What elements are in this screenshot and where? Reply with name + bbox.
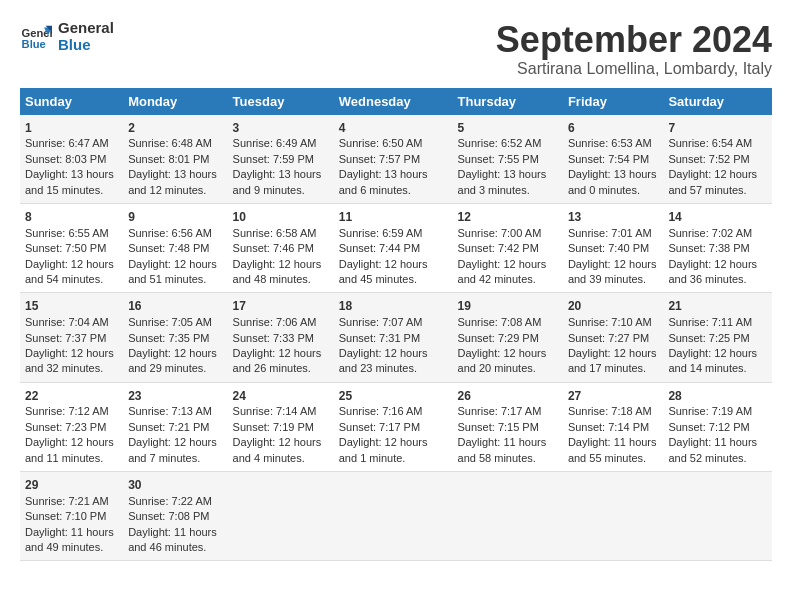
day-number: 10 xyxy=(233,209,329,226)
daylight-text: Daylight: 12 hours and 20 minutes. xyxy=(458,346,558,377)
daylight-text: Daylight: 12 hours and 7 minutes. xyxy=(128,435,222,466)
sunset-text: Sunset: 7:10 PM xyxy=(25,509,118,524)
sunset-text: Sunset: 7:55 PM xyxy=(458,152,558,167)
calendar-cell: 2Sunrise: 6:48 AMSunset: 8:01 PMDaylight… xyxy=(123,115,227,204)
day-number: 2 xyxy=(128,120,222,137)
day-number: 19 xyxy=(458,298,558,315)
sunset-text: Sunset: 7:21 PM xyxy=(128,420,222,435)
sunrise-text: Sunrise: 7:05 AM xyxy=(128,315,222,330)
calendar-cell: 7Sunrise: 6:54 AMSunset: 7:52 PMDaylight… xyxy=(663,115,772,204)
calendar-cell: 17Sunrise: 7:06 AMSunset: 7:33 PMDayligh… xyxy=(228,293,334,382)
sunrise-text: Sunrise: 6:49 AM xyxy=(233,136,329,151)
daylight-text: Daylight: 11 hours and 52 minutes. xyxy=(668,435,767,466)
daylight-text: Daylight: 12 hours and 11 minutes. xyxy=(25,435,118,466)
sunrise-text: Sunrise: 6:53 AM xyxy=(568,136,659,151)
day-number: 20 xyxy=(568,298,659,315)
calendar-cell: 11Sunrise: 6:59 AMSunset: 7:44 PMDayligh… xyxy=(334,203,453,292)
sunset-text: Sunset: 7:59 PM xyxy=(233,152,329,167)
calendar-cell: 16Sunrise: 7:05 AMSunset: 7:35 PMDayligh… xyxy=(123,293,227,382)
daylight-text: Daylight: 12 hours and 26 minutes. xyxy=(233,346,329,377)
daylight-text: Daylight: 12 hours and 45 minutes. xyxy=(339,257,448,288)
daylight-text: Daylight: 11 hours and 55 minutes. xyxy=(568,435,659,466)
sunset-text: Sunset: 7:38 PM xyxy=(668,241,767,256)
calendar-cell: 1Sunrise: 6:47 AMSunset: 8:03 PMDaylight… xyxy=(20,115,123,204)
day-number: 18 xyxy=(339,298,448,315)
header-row: SundayMondayTuesdayWednesdayThursdayFrid… xyxy=(20,88,772,115)
sunset-text: Sunset: 7:46 PM xyxy=(233,241,329,256)
calendar-cell: 6Sunrise: 6:53 AMSunset: 7:54 PMDaylight… xyxy=(563,115,664,204)
calendar-cell: 26Sunrise: 7:17 AMSunset: 7:15 PMDayligh… xyxy=(453,382,563,471)
day-number: 15 xyxy=(25,298,118,315)
week-row-1: 1Sunrise: 6:47 AMSunset: 8:03 PMDaylight… xyxy=(20,115,772,204)
day-number: 24 xyxy=(233,388,329,405)
calendar-cell xyxy=(563,472,664,561)
day-number: 17 xyxy=(233,298,329,315)
sunrise-text: Sunrise: 7:11 AM xyxy=(668,315,767,330)
week-row-3: 15Sunrise: 7:04 AMSunset: 7:37 PMDayligh… xyxy=(20,293,772,382)
sunrise-text: Sunrise: 7:14 AM xyxy=(233,404,329,419)
day-number: 7 xyxy=(668,120,767,137)
logo: General Blue General Blue xyxy=(20,20,114,53)
sunset-text: Sunset: 7:48 PM xyxy=(128,241,222,256)
daylight-text: Daylight: 12 hours and 23 minutes. xyxy=(339,346,448,377)
sunset-text: Sunset: 7:14 PM xyxy=(568,420,659,435)
day-number: 29 xyxy=(25,477,118,494)
sunset-text: Sunset: 7:54 PM xyxy=(568,152,659,167)
sunset-text: Sunset: 7:35 PM xyxy=(128,331,222,346)
sunset-text: Sunset: 8:01 PM xyxy=(128,152,222,167)
day-number: 3 xyxy=(233,120,329,137)
daylight-text: Daylight: 13 hours and 15 minutes. xyxy=(25,167,118,198)
sunrise-text: Sunrise: 7:17 AM xyxy=(458,404,558,419)
calendar-cell: 15Sunrise: 7:04 AMSunset: 7:37 PMDayligh… xyxy=(20,293,123,382)
page-subtitle: Sartirana Lomellina, Lombardy, Italy xyxy=(496,60,772,78)
sunset-text: Sunset: 7:44 PM xyxy=(339,241,448,256)
day-number: 4 xyxy=(339,120,448,137)
header-cell-tuesday: Tuesday xyxy=(228,88,334,115)
day-number: 11 xyxy=(339,209,448,226)
day-number: 14 xyxy=(668,209,767,226)
day-number: 27 xyxy=(568,388,659,405)
sunrise-text: Sunrise: 7:18 AM xyxy=(568,404,659,419)
calendar-cell xyxy=(228,472,334,561)
header-cell-thursday: Thursday xyxy=(453,88,563,115)
sunrise-text: Sunrise: 7:07 AM xyxy=(339,315,448,330)
sunrise-text: Sunrise: 6:59 AM xyxy=(339,226,448,241)
day-number: 9 xyxy=(128,209,222,226)
sunrise-text: Sunrise: 7:08 AM xyxy=(458,315,558,330)
daylight-text: Daylight: 13 hours and 6 minutes. xyxy=(339,167,448,198)
sunrise-text: Sunrise: 7:10 AM xyxy=(568,315,659,330)
sunset-text: Sunset: 7:23 PM xyxy=(25,420,118,435)
daylight-text: Daylight: 12 hours and 39 minutes. xyxy=(568,257,659,288)
week-row-4: 22Sunrise: 7:12 AMSunset: 7:23 PMDayligh… xyxy=(20,382,772,471)
header-cell-friday: Friday xyxy=(563,88,664,115)
sunset-text: Sunset: 7:15 PM xyxy=(458,420,558,435)
logo-icon: General Blue xyxy=(20,21,52,53)
calendar-cell xyxy=(334,472,453,561)
sunset-text: Sunset: 7:25 PM xyxy=(668,331,767,346)
calendar-cell: 12Sunrise: 7:00 AMSunset: 7:42 PMDayligh… xyxy=(453,203,563,292)
sunset-text: Sunset: 7:37 PM xyxy=(25,331,118,346)
calendar-cell: 18Sunrise: 7:07 AMSunset: 7:31 PMDayligh… xyxy=(334,293,453,382)
calendar-cell: 21Sunrise: 7:11 AMSunset: 7:25 PMDayligh… xyxy=(663,293,772,382)
calendar-cell: 28Sunrise: 7:19 AMSunset: 7:12 PMDayligh… xyxy=(663,382,772,471)
header-cell-wednesday: Wednesday xyxy=(334,88,453,115)
calendar-cell: 30Sunrise: 7:22 AMSunset: 7:08 PMDayligh… xyxy=(123,472,227,561)
daylight-text: Daylight: 11 hours and 46 minutes. xyxy=(128,525,222,556)
sunset-text: Sunset: 7:33 PM xyxy=(233,331,329,346)
sunrise-text: Sunrise: 7:01 AM xyxy=(568,226,659,241)
sunrise-text: Sunrise: 6:47 AM xyxy=(25,136,118,151)
sunset-text: Sunset: 7:50 PM xyxy=(25,241,118,256)
svg-text:Blue: Blue xyxy=(22,38,46,50)
header-cell-monday: Monday xyxy=(123,88,227,115)
sunrise-text: Sunrise: 6:52 AM xyxy=(458,136,558,151)
daylight-text: Daylight: 12 hours and 17 minutes. xyxy=(568,346,659,377)
sunset-text: Sunset: 7:17 PM xyxy=(339,420,448,435)
daylight-text: Daylight: 12 hours and 54 minutes. xyxy=(25,257,118,288)
sunrise-text: Sunrise: 7:16 AM xyxy=(339,404,448,419)
daylight-text: Daylight: 12 hours and 51 minutes. xyxy=(128,257,222,288)
sunrise-text: Sunrise: 6:48 AM xyxy=(128,136,222,151)
sunset-text: Sunset: 7:42 PM xyxy=(458,241,558,256)
sunrise-text: Sunrise: 7:00 AM xyxy=(458,226,558,241)
day-number: 13 xyxy=(568,209,659,226)
sunset-text: Sunset: 7:31 PM xyxy=(339,331,448,346)
